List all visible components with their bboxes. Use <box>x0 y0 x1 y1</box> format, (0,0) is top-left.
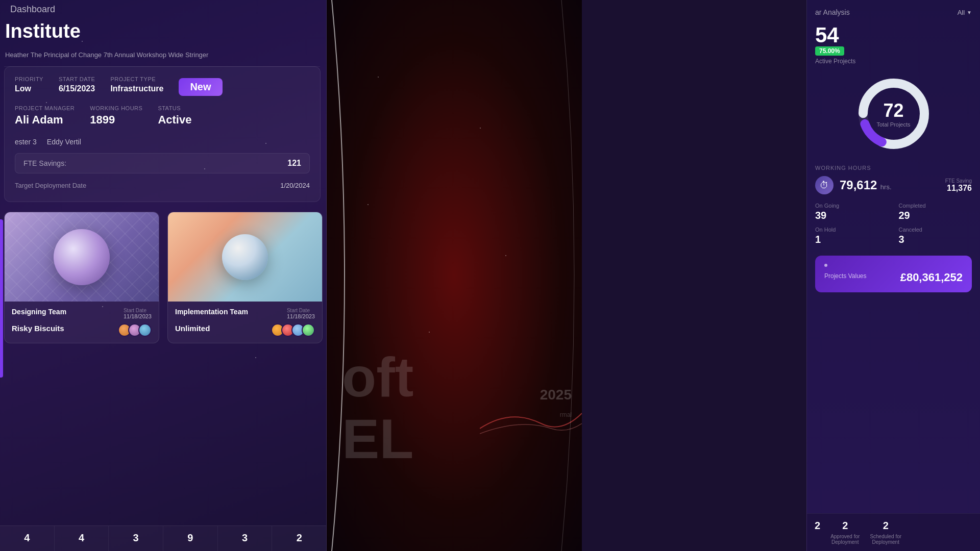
status-label: Status <box>158 105 191 111</box>
person-name: Eddy Vertil <box>47 136 81 148</box>
donut-chart: 72 Total Projects <box>853 73 935 155</box>
start-date-label: Start Date <box>59 76 95 82</box>
analysis-label: ar Analysis <box>815 8 850 16</box>
start-date-item: Start Date 6/15/2023 <box>59 76 95 93</box>
implementation-date-label: Start Date <box>287 308 315 313</box>
new-badge: New <box>179 78 222 96</box>
designing-date-label: Start Date <box>124 308 152 313</box>
info-row-1: Priority Low Start Date 6/15/2023 Projec… <box>15 76 310 96</box>
designing-team-name: Designing Team <box>12 308 66 316</box>
wh-value: 79,612 <box>840 178 877 192</box>
working-hours-item: Working Hours 1899 <box>90 105 142 127</box>
filter-label: All <box>958 9 965 16</box>
fte-savings-label: FTE Savings: <box>23 159 287 167</box>
pv-row: Projects Values £80,361,252 <box>824 271 963 284</box>
projects-values-card: Projects Values £80,361,252 <box>815 256 972 292</box>
chevron-down-icon: ▼ <box>967 10 972 15</box>
tester-label: ester 3 <box>15 136 37 148</box>
manager-value: Ali Adam <box>15 113 75 127</box>
tester-row: ester 3 Eddy Vertil <box>15 136 310 148</box>
designing-project-name: Risky Biscuits <box>12 324 64 333</box>
stats-top-row: 54 75.00% Active Projects <box>815 24 972 65</box>
new-badge-item: New <box>179 76 222 96</box>
active-count: 54 <box>815 24 855 46</box>
fte-saving-value: 11,376 <box>945 184 972 193</box>
priority-item: Priority Low <box>15 76 43 93</box>
fte-saving-label: FTE Saving <box>945 178 972 184</box>
completed-label: Completed <box>899 203 972 209</box>
priority-value: Low <box>15 84 43 93</box>
on-going-item: On Going 39 <box>815 203 889 221</box>
implementation-date-group: Start Date 11/18/2023 <box>287 308 315 319</box>
left-panel: Dashboard Institute Heather The Principa… <box>0 0 327 551</box>
canceled-label: Canceled <box>899 227 972 233</box>
deploy-label-3: Scheduled forDeployment <box>870 534 901 545</box>
middle-panel: oft EL 2025 rmal <box>327 0 582 551</box>
projects-values-value: £80,361,252 <box>900 271 963 284</box>
donut-center: 72 Total Projects <box>876 100 910 128</box>
bottom-num-2: 4 <box>55 526 109 551</box>
designing-date-row: Designing Team Start Date 11/18/2023 <box>12 308 152 319</box>
implementation-avatars <box>271 323 315 337</box>
clock-icon: ⏱ <box>815 176 834 194</box>
working-hours-section-title: Working Hours <box>815 165 972 171</box>
project-type-item: Project Type Infrastructure <box>110 76 163 93</box>
status-grid: On Going 39 Completed 29 On Hold 1 Cance… <box>815 203 972 245</box>
bottom-num-1: 4 <box>0 526 55 551</box>
implementation-team-card[interactable]: Implementation Team Start Date 11/18/202… <box>167 212 323 343</box>
project-info-card: Priority Low Start Date 6/15/2023 Projec… <box>4 66 321 202</box>
right-panel: ar Analysis All ▼ 54 75.00% Active Proje… <box>806 0 980 551</box>
middle-large-text: oft EL <box>327 346 414 469</box>
avatar-3 <box>138 323 152 337</box>
manager-label: Project Manager <box>15 105 75 111</box>
projects-values-label: Projects Values <box>824 272 866 280</box>
deploy-val-1: 2 <box>815 520 820 532</box>
bottom-val-1: 4 <box>0 532 54 544</box>
bottom-val-4: 9 <box>163 532 217 544</box>
implementation-date-value: 11/18/2023 <box>287 313 315 319</box>
active-count-group: 54 75.00% Active Projects <box>815 24 855 65</box>
filter-dropdown[interactable]: All ▼ <box>958 9 972 16</box>
fte-savings-value: 121 <box>287 159 301 168</box>
avatar-8 <box>302 323 315 337</box>
designing-card-footer: Risky Biscuits <box>12 323 152 337</box>
designing-card-content: Designing Team Start Date 11/18/2023 Ris… <box>5 302 159 343</box>
implementation-card-footer: Unlimited <box>175 323 315 337</box>
bottom-num-4: 9 <box>163 526 218 551</box>
on-hold-label: On Hold <box>815 227 889 233</box>
deploy-item-2: 2 Approved forDeployment <box>830 520 860 545</box>
deploy-label-2: Approved forDeployment <box>830 534 860 545</box>
manager-item: Project Manager Ali Adam <box>15 105 75 127</box>
right-panel-header: ar Analysis All ▼ <box>815 8 972 16</box>
bottom-val-6: 2 <box>272 532 326 544</box>
fte-saving-col: FTE Saving 11,376 <box>945 178 972 193</box>
total-projects-number: 72 <box>876 100 910 121</box>
canceled-value: 3 <box>899 234 972 245</box>
designing-date-group: Start Date 11/18/2023 <box>124 308 152 319</box>
designing-date-value: 11/18/2023 <box>124 313 152 319</box>
implementation-project-name: Unlimited <box>175 324 210 333</box>
total-projects-label: Total Projects <box>876 121 910 128</box>
target-deployment-label: Target Deployment Date <box>15 182 86 189</box>
canceled-item: Canceled 3 <box>899 227 972 245</box>
on-going-value: 39 <box>815 210 889 221</box>
deploy-item-1: 2 <box>815 520 820 545</box>
wh-values: 79,612 hrs. <box>840 178 892 192</box>
target-deployment-value: 1/20/2024 <box>280 182 310 189</box>
bottom-num-3: 3 <box>109 526 163 551</box>
bottom-num-6: 2 <box>272 526 327 551</box>
institute-title: Institute <box>5 20 81 42</box>
project-cards-section: Designing Team Start Date 11/18/2023 Ris… <box>0 212 327 343</box>
impl-sphere-decoration <box>222 234 268 280</box>
implementation-team-image <box>168 212 322 302</box>
bottom-numbers-row: 4 4 3 9 3 2 <box>0 525 327 551</box>
project-type-value: Infrastructure <box>110 84 163 93</box>
working-hours-row: ⏱ 79,612 hrs. FTE Saving 11,376 <box>815 176 972 194</box>
bottom-num-5: 3 <box>218 526 273 551</box>
deploy-val-2: 2 <box>842 520 848 532</box>
status-value: Active <box>158 113 191 127</box>
implementation-card-content: Implementation Team Start Date 11/18/202… <box>168 302 322 343</box>
wh-unit: hrs. <box>880 183 892 191</box>
designing-team-card[interactable]: Designing Team Start Date 11/18/2023 Ris… <box>4 212 159 343</box>
deploy-val-3: 2 <box>883 520 889 532</box>
